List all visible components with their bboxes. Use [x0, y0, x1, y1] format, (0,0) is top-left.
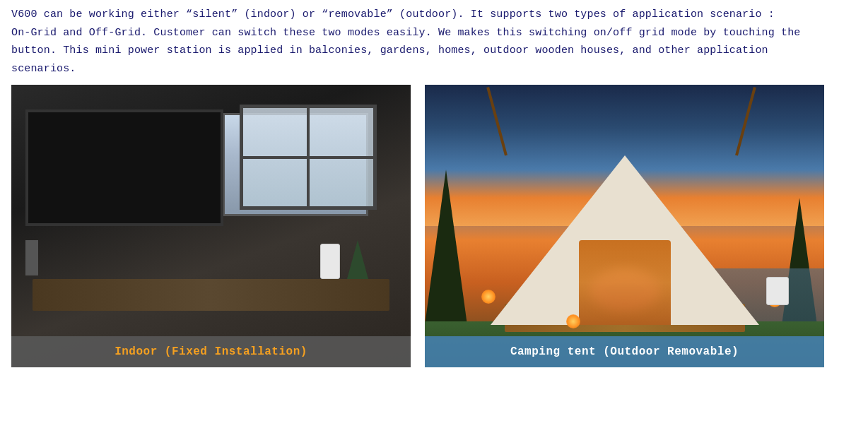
text-line1: V600 can be working either “silent” (ind…	[11, 8, 775, 20]
lantern-1-graphic	[481, 290, 495, 304]
text-line4: scenarios.	[11, 63, 76, 75]
outdoor-scene-graphic	[425, 85, 824, 367]
indoor-caption-bar: Indoor (Fixed Installation)	[11, 336, 411, 367]
indoor-scene-graphic	[11, 85, 411, 367]
tv-graphic	[25, 109, 223, 226]
outdoor-caption-bar: Camping tent (Outdoor Removable)	[425, 336, 824, 367]
tent-graphic	[491, 141, 759, 325]
outdoor-caption-text: Camping tent (Outdoor Removable)	[510, 345, 739, 358]
outdoor-image-container: Camping tent (Outdoor Removable)	[425, 85, 824, 367]
page-wrapper: V600 can be working either “silent” (ind…	[11, 6, 857, 367]
text-paragraph: V600 can be working either “silent” (ind…	[11, 6, 857, 78]
images-section: Indoor (Fixed Installation)	[11, 85, 857, 367]
text-line3: button. This mini power station is appli…	[11, 45, 768, 57]
power-unit-graphic	[320, 244, 340, 279]
lantern-2-graphic	[566, 314, 580, 328]
indoor-image-container: Indoor (Fixed Installation)	[11, 85, 411, 367]
floor-lamp-graphic	[25, 240, 38, 275]
plant-graphic	[347, 240, 368, 279]
text-line2: On-Grid and Off-Grid. Customer can switc…	[11, 27, 800, 39]
power-unit-outdoor-graphic	[766, 277, 789, 305]
indoor-caption-text: Indoor (Fixed Installation)	[115, 345, 307, 358]
